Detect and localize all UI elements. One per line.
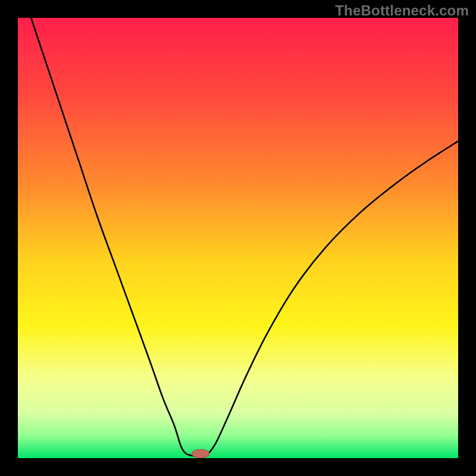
chart-svg	[18, 18, 458, 458]
chart-frame: TheBottleneck.com	[0, 0, 476, 476]
plot-area	[18, 18, 458, 458]
watermark-text: TheBottleneck.com	[335, 2, 469, 19]
minimum-marker	[192, 449, 209, 458]
